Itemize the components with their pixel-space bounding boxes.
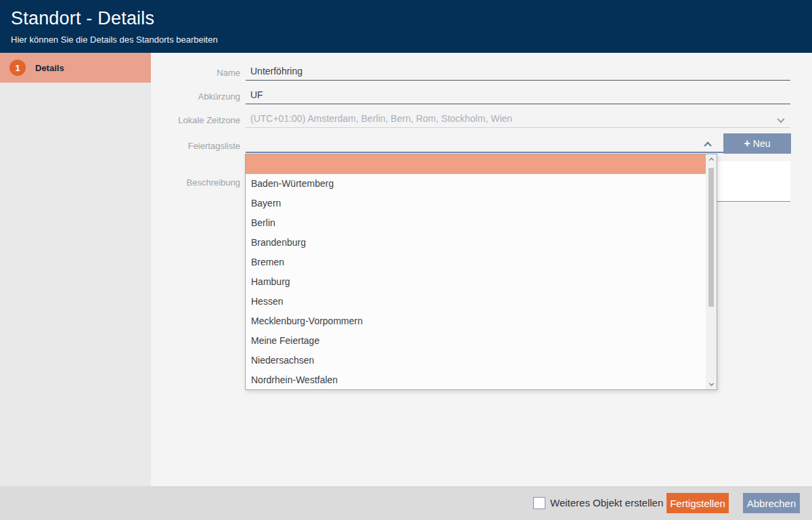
- new-button-label: Neu: [753, 138, 771, 149]
- dropdown-option[interactable]: Nordrhein-Westfalen: [246, 370, 706, 390]
- step-number-badge: 1: [9, 60, 26, 76]
- timezone-select[interactable]: [246, 112, 790, 128]
- footer-bar: Weiteres Objekt erstellen Fertigstellen …: [0, 486, 812, 520]
- dropdown-option[interactable]: Bayern: [246, 194, 706, 213]
- finish-button[interactable]: Fertigstellen: [667, 493, 729, 513]
- dropdown-scrollbar[interactable]: [706, 154, 717, 389]
- page-subtitle: Hier können Sie die Details des Standort…: [11, 35, 218, 45]
- dropdown-option[interactable]: Meine Feiertage: [246, 331, 706, 351]
- step-label: Details: [35, 63, 64, 73]
- holiday-list-field-label: Feiertagsliste: [156, 141, 240, 151]
- plus-icon: +: [744, 137, 750, 149]
- create-another-object-label[interactable]: Weiteres Objekt erstellen: [550, 486, 663, 520]
- dropdown-option[interactable]: Hessen: [246, 292, 706, 311]
- page-title: Standort - Details: [11, 8, 154, 29]
- dropdown-option[interactable]: Bremen: [246, 253, 706, 272]
- abbreviation-input[interactable]: [246, 88, 790, 104]
- dropdown-option[interactable]: Niedersachsen: [246, 351, 706, 370]
- dropdown-option[interactable]: Brandenburg: [246, 233, 706, 253]
- dropdown-option-empty[interactable]: [246, 154, 706, 174]
- dropdown-option[interactable]: Mecklenburg-Vorpommern: [246, 311, 706, 331]
- wizard-step-details[interactable]: 1 Details: [0, 53, 151, 83]
- header: Standort - Details Hier können Sie die D…: [0, 0, 812, 53]
- scroll-up-icon[interactable]: [706, 155, 717, 165]
- create-another-object-checkbox[interactable]: [533, 497, 545, 509]
- wizard-sidebar: 1 Details: [0, 53, 151, 486]
- dropdown-options-list: Baden-Würtemberg Bayern Berlin Brandenbu…: [246, 154, 706, 389]
- new-holiday-list-button[interactable]: +Neu: [723, 133, 791, 154]
- timezone-field-label: Lokale Zeitzone: [156, 115, 240, 125]
- description-field-label: Beschreibung: [156, 177, 240, 188]
- scrollbar-thumb[interactable]: [708, 168, 714, 307]
- holiday-list-dropdown: Baden-Würtemberg Bayern Berlin Brandenbu…: [245, 154, 717, 390]
- dropdown-option[interactable]: Hamburg: [246, 272, 706, 292]
- name-field-label: Name: [156, 68, 240, 78]
- abbreviation-field-label: Abkürzung: [156, 91, 240, 102]
- dropdown-option[interactable]: Baden-Würtemberg: [246, 174, 706, 194]
- cancel-button[interactable]: Abbrechen: [743, 493, 800, 513]
- scroll-down-icon[interactable]: [706, 378, 717, 389]
- dropdown-option[interactable]: Berlin: [246, 213, 706, 233]
- standort-details-window: Standort - Details Hier können Sie die D…: [0, 0, 812, 520]
- details-form: Name Abkürzung Lokale Zeitzone Feiertags…: [151, 53, 812, 486]
- name-input[interactable]: [246, 64, 790, 81]
